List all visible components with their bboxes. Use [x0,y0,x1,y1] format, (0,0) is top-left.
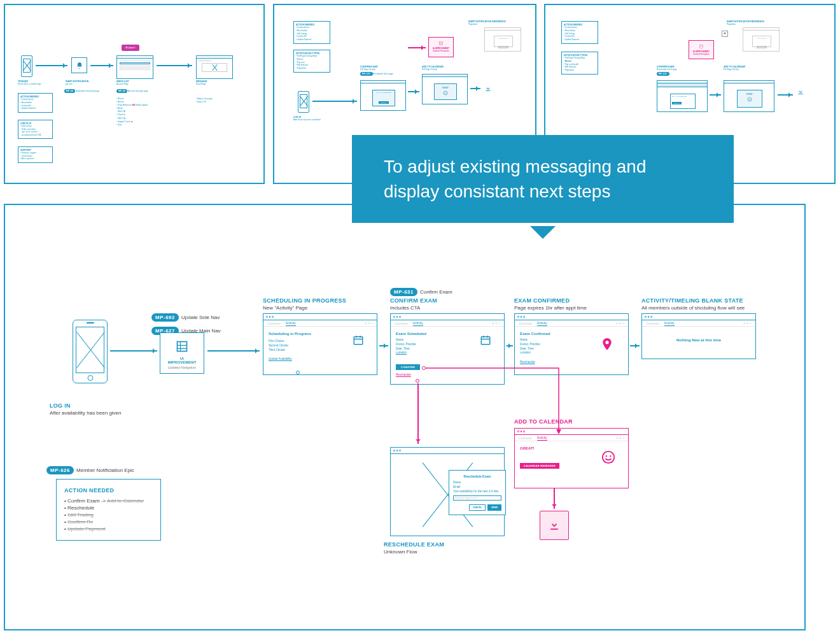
main-panel: To adjust existing messaging and display… [4,204,806,630]
confirmed-browser: OverviewActivity☰ ☰ ✕ Exam Confirmed Nam… [514,313,629,375]
arrow-icon [36,65,67,66]
calendar-icon [480,334,491,346]
arrow-icon [110,350,157,352]
inbox-wireframe [116,55,153,79]
availability-input[interactable]: Availability suggestion here [453,495,501,501]
col2-title: CONFIRM EXAM [390,297,437,304]
confirm-wireframe: EXAM SCHEDULED——CONFIRM [657,80,708,112]
svg-rect-6 [699,45,703,48]
arrow-icon [710,94,721,96]
reschedule-link-2[interactable]: Reschedule [520,360,623,365]
arrow-icon [417,383,419,444]
send-button[interactable]: SEND [487,504,501,511]
action-needed-box: ACTION NEEDED Confirm Exam -> Add to Cal… [56,479,161,541]
cal-wireframe: GREAT! [422,74,468,104]
action-box: ACTION NEEDED• Confirm Exam• Reschedule•… [18,93,53,113]
map-pin-icon [602,338,612,352]
cancel-button[interactable]: CANCEL [469,504,486,511]
bell-icon [71,57,87,73]
arrow-icon [312,101,357,102]
arrow-icon [630,345,640,346]
arrow-icon [408,91,419,92]
cal-wireframe: GREAT! [724,80,774,112]
calendar-reminder-button[interactable]: CALENDAR REMINDER [520,463,559,469]
node-icon [416,379,419,383]
col4-title: ACTIVITY/TIMELING BLANK STATE [641,297,745,304]
phone-icon [298,91,309,113]
node-icon [296,371,300,374]
ref-wireframe: Exam ScheduledCONFIRM [743,27,780,52]
svg-point-9 [749,99,750,99]
svg-point-3 [444,91,447,95]
pill-mp692: MP-692 [151,313,179,322]
arrow-icon [554,488,555,509]
thumbnail-1: TRIGGER60 min after a member logs INAPP … [4,4,265,184]
arrow-path [425,368,565,432]
smile-icon [601,450,615,464]
download-box[interactable] [540,511,569,540]
blank-browser: OverviewActivity☰ ☰ ✕ Nothing New at thi… [641,313,756,359]
reschedule-modal: Reschedule Exam NameEmailYour availabili… [449,470,506,515]
arrow-icon [90,65,113,66]
col1-title: SCHEDULING IN PROGRESS [263,297,346,304]
addcal-browser: OverviewActivity☰ ☰ ✕ GREAT! CALENDAR RE… [514,428,629,488]
svg-point-5 [446,92,447,93]
phone-icon [21,55,32,77]
action-list: Confirm Exam -> Add to Calendar Reschedu… [64,497,153,532]
ref-wireframe: Exam ScheduledCONFIRM [484,27,521,52]
scheduling-browser: OverviewActivity☰ ☰ ✕ Scheduling in Prog… [263,313,377,375]
svg-point-23 [603,452,614,463]
update-availability-link[interactable]: Update Availability [269,357,372,362]
arrow-icon [470,88,480,89]
support-box: SUPPORT• Getting a support conversation•… [18,146,53,163]
login-title: LOG IN [50,402,122,409]
svg-rect-11 [178,342,187,352]
message-wireframe [196,55,233,79]
bell-icon [722,31,728,37]
arrow-icon [379,345,388,346]
svg-rect-15 [354,337,363,345]
svg-point-10 [750,99,751,99]
arrow-icon [408,47,426,48]
checkin-box: CHECK IN• Status Flow Order, wait ships … [18,120,53,139]
arrow-icon [778,94,793,96]
callout-bubble: To adjust existing messaging and display… [352,135,734,223]
notification-bubble: IA Updates! [122,45,139,51]
reschedule-browser: Reschedule Exam NameEmailYour availabili… [390,447,505,536]
resched-title: RESCHEDULE EXAM [384,541,444,548]
download-icon [797,88,804,96]
svg-point-4 [445,92,445,93]
svg-rect-0 [439,41,442,45]
svg-rect-19 [481,337,490,345]
ia-improvement-card: IA IMPROVEMENT Updated Navigation [160,332,204,374]
pill-mp631: MP-631 [390,288,417,296]
login-sub: After availability has been given [50,410,122,416]
arrow-icon [507,345,513,346]
svg-point-8 [748,97,752,101]
inbox-list: • Recent• Recent• Temp Reference MA Glob… [116,97,148,127]
phone-icon [73,320,108,383]
calendar-icon [353,334,364,346]
svg-point-25 [610,455,611,457]
download-icon [484,85,492,92]
node-icon [422,366,426,370]
pill-mp626: MP-626 [46,466,74,474]
arrow-icon [157,65,192,66]
col3-title: EXAM CONFIRMED [514,297,587,304]
ia-box: IA IMPROVEMENTUpdated Navigation [689,40,714,59]
ia-box: IA IMPROVEMENTUpdated Navigation [428,37,454,57]
svg-point-24 [606,455,607,457]
confirm-wireframe: EXAM SCHEDULED———CONFIRM [360,80,406,111]
confirm-button[interactable]: CONFIRM [396,364,420,370]
grid-icon [176,340,188,353]
arrow-icon [207,350,260,352]
msg-list: • Body w/ message• Now Is Ok [196,97,213,104]
